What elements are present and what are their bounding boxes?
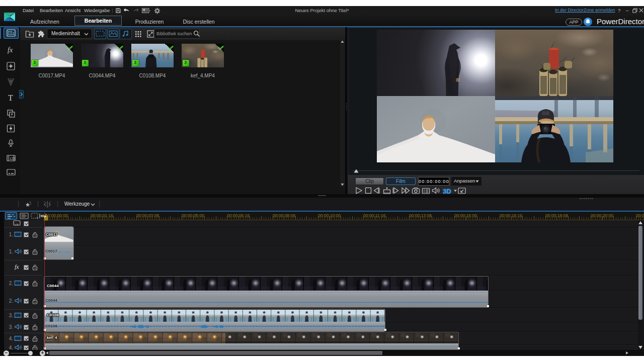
svg-text:123: 123: [10, 157, 16, 160]
svg-text:fx: fx: [8, 46, 13, 54]
svg-text:3D: 3D: [443, 188, 451, 195]
svg-text:T: T: [8, 94, 13, 102]
svg-text:fx: fx: [15, 263, 19, 270]
